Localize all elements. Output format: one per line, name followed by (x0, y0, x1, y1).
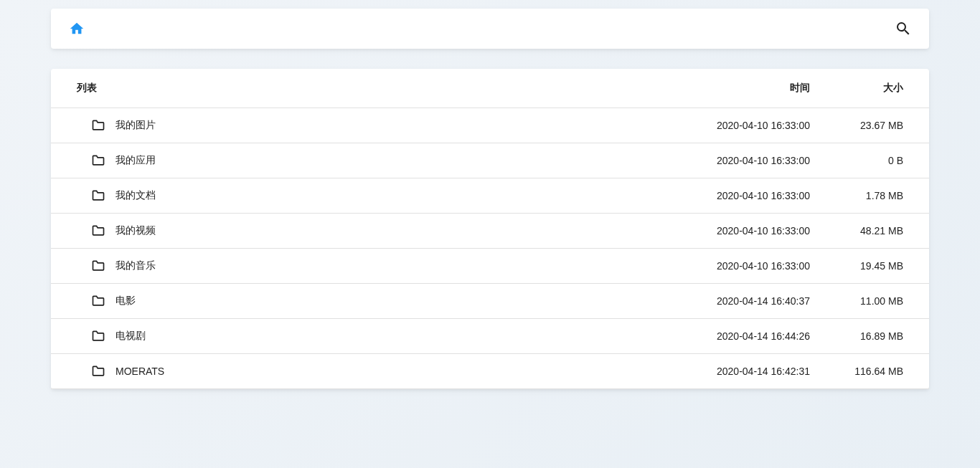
file-name: 电视剧 (116, 330, 146, 343)
file-name: 电影 (116, 295, 136, 307)
column-header-size[interactable]: 大小 (821, 69, 929, 108)
table-row[interactable]: MOERATS2020-04-14 16:42:31116.64 MB (51, 354, 929, 389)
file-time: 2020-04-10 16:33:00 (649, 108, 821, 143)
folder-icon (91, 329, 105, 343)
folder-icon (91, 118, 105, 133)
column-header-time[interactable]: 时间 (649, 69, 821, 108)
folder-icon (91, 259, 105, 273)
folder-icon (91, 153, 105, 168)
home-button[interactable] (68, 20, 85, 37)
breadcrumb-bar (51, 9, 929, 49)
file-size: 48.21 MB (821, 214, 929, 249)
file-name: 我的视频 (116, 224, 156, 237)
file-size: 116.64 MB (821, 354, 929, 389)
column-header-name[interactable]: 列表 (51, 69, 649, 108)
file-name: 我的图片 (116, 119, 156, 132)
folder-icon (91, 188, 105, 203)
file-time: 2020-04-10 16:33:00 (649, 214, 821, 249)
file-size: 11.00 MB (821, 284, 929, 319)
table-row[interactable]: 我的图片2020-04-10 16:33:0023.67 MB (51, 108, 929, 143)
table-row[interactable]: 我的视频2020-04-10 16:33:0048.21 MB (51, 214, 929, 249)
file-table: 列表 时间 大小 我的图片2020-04-10 16:33:0023.67 MB… (51, 69, 929, 389)
file-time: 2020-04-10 16:33:00 (649, 178, 821, 214)
file-name: 我的音乐 (116, 259, 156, 272)
table-row[interactable]: 我的音乐2020-04-10 16:33:0019.45 MB (51, 249, 929, 284)
folder-icon (91, 294, 105, 308)
folder-icon (91, 364, 105, 378)
table-row[interactable]: 我的应用2020-04-10 16:33:000 B (51, 143, 929, 178)
file-time: 2020-04-10 16:33:00 (649, 249, 821, 284)
search-icon (895, 20, 912, 37)
file-name: 我的文档 (116, 189, 156, 202)
folder-icon (91, 224, 105, 238)
file-size: 0 B (821, 143, 929, 178)
home-icon (69, 21, 85, 37)
file-time: 2020-04-14 16:42:31 (649, 354, 821, 389)
file-time: 2020-04-14 16:40:37 (649, 284, 821, 319)
file-time: 2020-04-14 16:44:26 (649, 319, 821, 354)
file-size: 16.89 MB (821, 319, 929, 354)
file-size: 19.45 MB (821, 249, 929, 284)
file-size: 1.78 MB (821, 178, 929, 214)
table-row[interactable]: 电视剧2020-04-14 16:44:2616.89 MB (51, 319, 929, 354)
file-name: MOERATS (116, 366, 164, 377)
table-row[interactable]: 我的文档2020-04-10 16:33:001.78 MB (51, 178, 929, 214)
file-size: 23.67 MB (821, 108, 929, 143)
search-button[interactable] (895, 20, 912, 37)
table-row[interactable]: 电影2020-04-14 16:40:3711.00 MB (51, 284, 929, 319)
file-name: 我的应用 (116, 154, 156, 167)
table-header-row: 列表 时间 大小 (51, 69, 929, 108)
file-list-panel: 列表 时间 大小 我的图片2020-04-10 16:33:0023.67 MB… (51, 69, 929, 389)
file-time: 2020-04-10 16:33:00 (649, 143, 821, 178)
